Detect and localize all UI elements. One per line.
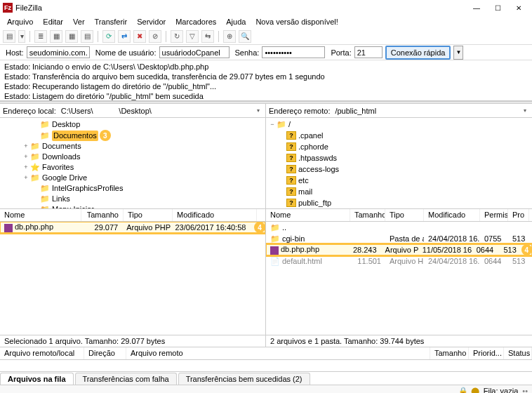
remote-file-list[interactable]: 📁..📁cgi-binPasta de ar...24/04/2018 16..… xyxy=(266,222,532,335)
tree-item[interactable]: 📁Menu Iniciar xyxy=(3,204,262,209)
menu-update[interactable]: Nova versão disponível! xyxy=(251,17,342,27)
expand-icon[interactable]: + xyxy=(22,152,29,162)
tree-item[interactable]: ?.cphorde xyxy=(269,141,529,152)
remote-addr-input[interactable] xyxy=(333,106,521,116)
tcol-status[interactable]: Status xyxy=(504,347,532,359)
tree-item[interactable]: −📁/ xyxy=(269,119,529,130)
file-modified: 24/04/2018 16... xyxy=(424,234,480,244)
port-input[interactable] xyxy=(354,46,383,58)
tree-item-label: Downloads xyxy=(42,152,80,162)
col-nome[interactable]: Nome xyxy=(0,209,81,221)
process-queue-icon[interactable]: ⇄ xyxy=(118,30,131,43)
tab-queue[interactable]: Arquivos na fila xyxy=(0,373,74,385)
quickconnect-button[interactable]: Conexão rápida xyxy=(385,46,451,60)
maximize-button[interactable]: ☐ xyxy=(487,1,508,15)
folder-icon: 📁 xyxy=(40,131,50,141)
tree-item[interactable]: 📁Desktop xyxy=(3,119,262,130)
folder-icon: 📁 xyxy=(30,141,40,152)
menu-transferir[interactable]: Transferir xyxy=(91,17,132,27)
reconnect-icon[interactable]: ↻ xyxy=(171,30,183,43)
file-name: default.html xyxy=(282,257,322,265)
tree-item[interactable]: ?etc xyxy=(269,175,529,186)
file-size xyxy=(350,238,385,239)
filter-icon[interactable]: ▽ xyxy=(186,30,199,43)
refresh-icon[interactable]: ⟳ xyxy=(102,30,115,43)
sitemanager-dropdown-icon[interactable]: ▾ xyxy=(18,30,25,43)
expand-icon[interactable]: + xyxy=(22,173,29,183)
tree-item[interactable]: ?public_ftp xyxy=(269,197,529,208)
menu-servidor[interactable]: Servidor xyxy=(133,17,170,27)
menu-arquivo[interactable]: Arquivo xyxy=(3,17,37,27)
col-tipo[interactable]: Tipo xyxy=(385,209,424,221)
user-input[interactable] xyxy=(159,46,230,58)
tree-item[interactable]: +📁Documents xyxy=(3,141,262,152)
tree-item[interactable]: 📁Links xyxy=(3,194,262,204)
col-tamanho[interactable]: Tamanho xyxy=(81,209,124,221)
remote-tree[interactable]: −📁/?.cpanel?.cphorde?.htpasswds?access-l… xyxy=(266,118,532,209)
expand-icon[interactable]: + xyxy=(22,141,29,152)
local-tree[interactable]: 📁Desktop📁Documentos3+📁Documents+📁Downloa… xyxy=(0,118,265,209)
tree-item-label: access-logs xyxy=(298,164,339,175)
compare-icon[interactable]: ⇆ xyxy=(201,30,214,43)
tree-item[interactable]: ?.htpasswds xyxy=(269,152,529,164)
file-row[interactable]: db.php.php28.243Arquivo PHP11/05/2018 16… xyxy=(266,244,532,255)
tree-item[interactable]: +📁Downloads xyxy=(3,152,262,162)
expand-icon[interactable]: + xyxy=(22,162,29,173)
toggle-localtree-icon[interactable]: ▦ xyxy=(50,30,62,43)
tcol-dir[interactable]: Direção xyxy=(84,347,126,359)
unknown-folder-icon: ? xyxy=(286,130,296,141)
host-label: Host: xyxy=(6,48,24,57)
host-input[interactable] xyxy=(27,46,90,58)
cancel-icon[interactable]: ✖ xyxy=(133,30,146,43)
dropdown-icon[interactable]: ▾ xyxy=(521,107,529,114)
menu-ajuda[interactable]: Ajuda xyxy=(222,17,250,27)
menu-editar[interactable]: Editar xyxy=(39,17,67,27)
close-button[interactable]: ✕ xyxy=(508,1,529,15)
file-size: 28.243 xyxy=(347,245,380,255)
toggle-remotetree-icon[interactable]: ▦ xyxy=(65,30,78,43)
col-tamanho[interactable]: Tamanho xyxy=(350,209,385,221)
col-owner[interactable]: Pro xyxy=(508,209,529,221)
file-row[interactable]: db.php.php29.077Arquivo PHP23/06/2017 16… xyxy=(0,222,265,233)
sitemanager-icon[interactable]: ▤ xyxy=(3,30,15,43)
tree-item[interactable]: 📁IntelGraphicsProfiles xyxy=(3,183,262,194)
tree-item[interactable]: ?.cpanel xyxy=(269,130,529,141)
col-modificado[interactable]: Modificado xyxy=(173,209,257,221)
file-type: Arquivo H... xyxy=(385,256,424,266)
tree-item[interactable]: ?access-logs xyxy=(269,164,529,175)
tcol-file[interactable]: Arquivo remoto/local xyxy=(0,347,84,359)
dropdown-icon[interactable]: ▾ xyxy=(254,107,262,114)
tcol-size[interactable]: Tamanho xyxy=(430,347,469,359)
tree-item[interactable]: +📁Google Drive xyxy=(3,173,262,183)
tree-item[interactable]: +⭐Favorites xyxy=(3,162,262,173)
disconnect-icon[interactable]: ⊘ xyxy=(149,30,161,43)
col-perm[interactable]: Permissões xyxy=(480,209,508,221)
col-nome[interactable]: Nome xyxy=(266,209,350,221)
tcol-remote[interactable]: Arquivo remoto xyxy=(126,347,430,359)
sync-icon[interactable]: ⊕ xyxy=(223,30,236,43)
tree-item[interactable]: 📁Documentos3 xyxy=(3,130,262,141)
pass-input[interactable] xyxy=(262,46,325,58)
file-row[interactable]: 📄default.html11.501Arquivo H...24/04/201… xyxy=(266,255,532,267)
expand-icon[interactable]: − xyxy=(269,119,276,130)
file-row[interactable]: 📁.. xyxy=(266,222,532,233)
col-modificado[interactable]: Modificado xyxy=(424,209,480,221)
search-icon[interactable]: 🔍 xyxy=(239,30,251,43)
tab-failed[interactable]: Transferências com falha xyxy=(75,373,177,385)
quickconnect-dropdown-icon[interactable]: ▼ xyxy=(453,46,463,60)
local-file-list[interactable]: db.php.php29.077Arquivo PHP23/06/2017 16… xyxy=(0,222,265,335)
menu-ver[interactable]: Ver xyxy=(69,17,89,27)
col-tipo[interactable]: Tipo xyxy=(124,209,173,221)
menu-marcadores[interactable]: Marcadores xyxy=(171,17,220,27)
toggle-log-icon[interactable]: ≣ xyxy=(34,30,47,43)
user-label: Nome de usuário: xyxy=(95,48,157,57)
file-row[interactable]: 📁cgi-binPasta de ar...24/04/2018 16...07… xyxy=(266,233,532,244)
toggle-queue-icon[interactable]: ▤ xyxy=(81,30,93,43)
tree-item[interactable]: ?mail xyxy=(269,186,529,197)
tcol-prio[interactable]: Priorid... xyxy=(469,347,504,359)
tab-success[interactable]: Transferências bem sucedidas (2) xyxy=(178,373,310,385)
transfer-queue-body[interactable] xyxy=(0,360,532,371)
local-addr-input[interactable] xyxy=(59,106,254,116)
window-title: FileZilla xyxy=(15,4,466,12)
minimize-button[interactable]: — xyxy=(466,1,487,15)
